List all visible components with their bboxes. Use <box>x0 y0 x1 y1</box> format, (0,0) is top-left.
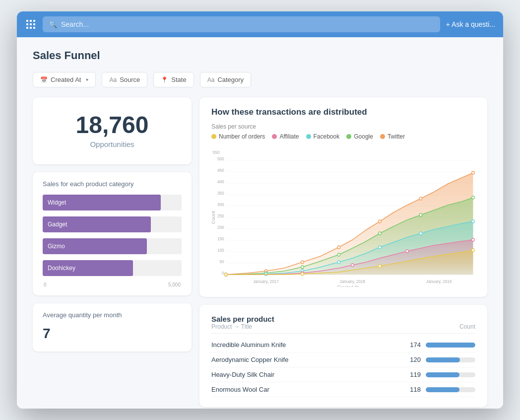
product-count-3: 119 <box>401 371 421 378</box>
svg-text:400: 400 <box>217 179 224 184</box>
app-logo[interactable] <box>25 18 37 30</box>
legend-label-facebook: Facebook <box>314 133 340 140</box>
svg-point-43 <box>337 253 340 256</box>
product-bar-2 <box>426 357 475 362</box>
product-bar-4 <box>426 387 475 392</box>
avg-qty-value: 7 <box>43 326 182 342</box>
svg-rect-6 <box>26 27 28 29</box>
sales-per-source-label: Sales per source <box>211 123 475 130</box>
legend-affiliate: Affiliate <box>272 133 299 140</box>
svg-text:250: 250 <box>217 213 224 218</box>
axis-max: 5,000 <box>168 282 181 287</box>
product-row-4: Enormous Wool Car 118 <box>211 382 475 397</box>
svg-point-36 <box>337 246 340 249</box>
product-count-2: 120 <box>401 356 421 363</box>
legend-label-twitter: Twitter <box>388 133 405 140</box>
svg-text:January, 2019: January, 2019 <box>426 279 452 284</box>
area-chart-svg: 0 50 100 150 200 250 300 350 400 450 500… <box>211 148 475 287</box>
product-bar-3 <box>426 372 475 377</box>
avg-qty-card: Average quantity per month 7 <box>33 303 192 351</box>
svg-point-44 <box>379 232 382 235</box>
svg-text:50: 50 <box>220 259 224 264</box>
page-title: Sales Funnel <box>33 49 487 62</box>
svg-text:Created At: Created At <box>337 285 359 287</box>
svg-text:150: 150 <box>217 236 224 241</box>
bar-fill-gadget: Gadget <box>43 216 151 232</box>
product-row-1: Incredible Aluminum Knife 174 <box>211 338 475 352</box>
filter-state-label: State <box>171 76 186 83</box>
svg-point-62 <box>472 249 475 252</box>
svg-rect-8 <box>33 27 35 29</box>
calendar-icon: 📅 <box>40 76 48 83</box>
dashboard-grid: 18,760 Opportunities Sales for each prod… <box>33 97 487 407</box>
category-chart-card: Sales for each product category Widget <box>33 172 192 295</box>
svg-text:January, 2017: January, 2017 <box>253 279 279 284</box>
svg-point-37 <box>379 220 382 223</box>
svg-point-60 <box>301 273 304 276</box>
product-bar-fill-4 <box>426 387 459 392</box>
svg-rect-3 <box>26 23 28 25</box>
chevron-down-icon: ▾ <box>86 77 88 82</box>
search-bar[interactable]: 🔍 Search... <box>43 16 440 32</box>
bar-fill-doohickey: Doohickey <box>43 260 133 276</box>
svg-text:January, 2018: January, 2018 <box>340 279 366 284</box>
search-placeholder: Search... <box>61 20 89 28</box>
legend-dot-google <box>346 134 351 139</box>
text-icon-2: Aa <box>207 76 215 83</box>
area-chart: 0 50 100 150 200 250 300 350 400 450 500… <box>211 148 475 287</box>
ask-question-btn[interactable]: + Ask a questi... <box>446 20 495 28</box>
legend-dot-twitter <box>380 134 385 139</box>
svg-text:500: 500 <box>217 156 224 161</box>
svg-point-61 <box>379 265 382 268</box>
distribution-card: How these transactions are distributed S… <box>199 97 487 297</box>
product-bar-1 <box>426 343 475 348</box>
product-col-headers: Product → Title Count <box>211 323 475 334</box>
distribution-title: How these transactions are distributed <box>211 107 475 117</box>
svg-point-42 <box>301 266 304 269</box>
legend-google: Google <box>346 133 373 140</box>
filter-category[interactable]: Aa Category <box>200 72 251 87</box>
product-bar-fill-2 <box>426 357 460 362</box>
svg-point-48 <box>264 273 267 276</box>
svg-rect-5 <box>33 23 35 25</box>
bar-label-doohickey: Doohickey <box>48 265 75 272</box>
chart-legend: Number of orders Affiliate Facebook <box>211 133 475 140</box>
product-count-1: 174 <box>401 341 421 349</box>
product-card-title: Sales per product <box>211 315 475 323</box>
svg-point-52 <box>419 232 422 235</box>
product-row-3: Heavy-Duty Silk Chair 119 <box>211 367 475 382</box>
svg-rect-1 <box>30 20 32 22</box>
filter-created-at-label: Created At <box>51 76 81 83</box>
bar-label-widget: Widget <box>48 199 66 206</box>
bar-track-gizmo: Gizmo <box>43 238 182 254</box>
topbar: 🔍 Search... + Ask a questi... <box>17 11 503 37</box>
filter-created-at[interactable]: 📅 Created At ▾ <box>33 72 96 87</box>
svg-point-56 <box>351 264 354 267</box>
product-col-count: Count <box>459 323 475 330</box>
filter-state[interactable]: 📍 State <box>153 72 194 87</box>
svg-point-57 <box>406 250 409 253</box>
filter-category-label: Category <box>217 76 244 83</box>
bar-fill-widget: Widget <box>43 195 161 210</box>
svg-point-58 <box>472 238 475 241</box>
opportunities-card: 18,760 Opportunities <box>33 97 192 164</box>
product-name-1: Incredible Aluminum Knife <box>211 341 401 349</box>
svg-rect-2 <box>33 20 35 22</box>
avg-qty-title: Average quantity per month <box>43 311 182 319</box>
svg-text:300: 300 <box>217 202 224 207</box>
svg-text:100: 100 <box>217 248 224 253</box>
product-bar-fill-3 <box>426 372 459 377</box>
filters-row: 📅 Created At ▾ Aa Source 📍 State Aa Cate… <box>33 72 487 87</box>
svg-point-39 <box>472 171 475 174</box>
legend-label-affiliate: Affiliate <box>279 133 299 140</box>
bar-fill-gizmo: Gizmo <box>43 238 147 254</box>
filter-source[interactable]: Aa Source <box>102 72 147 87</box>
svg-rect-7 <box>30 27 32 29</box>
legend-label-orders: Number of orders <box>219 133 265 140</box>
legend-number-of-orders: Number of orders <box>211 133 265 140</box>
svg-point-59 <box>225 273 228 276</box>
bar-track-doohickey: Doohickey <box>43 260 182 276</box>
legend-dot-facebook <box>306 134 311 139</box>
product-name-4: Enormous Wool Car <box>211 386 401 393</box>
pin-icon: 📍 <box>161 76 168 83</box>
